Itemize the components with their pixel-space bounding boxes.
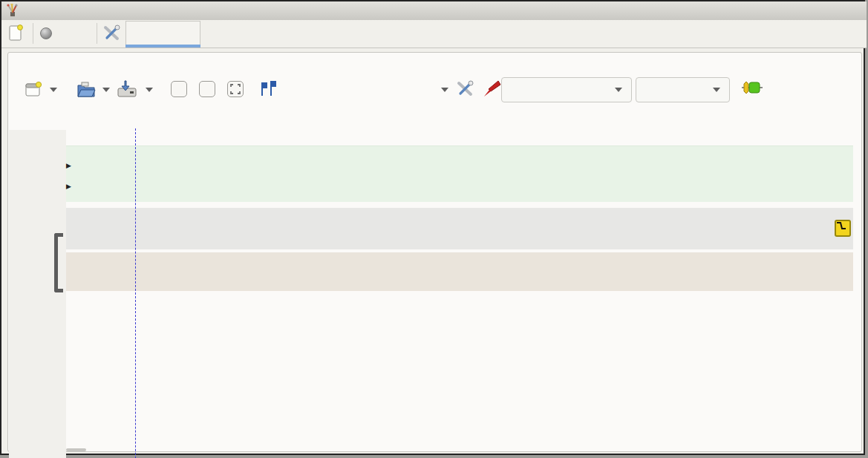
device-config-icon[interactable] (455, 79, 474, 99)
minimize-button[interactable] (817, 4, 830, 17)
tools-icon[interactable] (102, 24, 122, 42)
session-restore-button[interactable] (823, 56, 837, 68)
zoom-fit-button[interactable] (227, 81, 244, 97)
trigger-falling-edge-icon[interactable] (835, 220, 851, 237)
horizontal-scrollbar-thumb[interactable] (66, 448, 86, 451)
sample-rate-caret-icon (713, 88, 720, 92)
new-session-caret-icon[interactable] (50, 88, 57, 92)
title-bar (1, 1, 867, 21)
cursors-icon[interactable] (259, 81, 278, 97)
sample-count-select[interactable] (501, 77, 632, 102)
can-decoder-tag[interactable] (25, 158, 66, 174)
sample-rate-select[interactable] (636, 77, 730, 102)
session-window: ▶ ▶ (7, 52, 862, 452)
run-button[interactable] (40, 24, 92, 43)
toolbar-separator (97, 23, 97, 44)
time-ruler[interactable] (8, 105, 861, 130)
toolbar-separator (33, 23, 33, 44)
session-close-button[interactable] (844, 56, 858, 68)
probe-icon[interactable] (482, 79, 501, 99)
main-toolbar (1, 20, 867, 48)
open-icon[interactable] (76, 81, 96, 99)
app-window: ▶ ▶ (0, 0, 865, 455)
decoder-menu-icon[interactable] (742, 81, 763, 94)
device-select-caret-icon (441, 88, 448, 92)
rx-channel-band[interactable] (66, 208, 853, 249)
zoom-in-button[interactable] (171, 81, 187, 97)
save-caret-icon[interactable] (146, 88, 153, 92)
close-button[interactable] (850, 4, 864, 17)
session-toolbar (8, 73, 861, 106)
maximize-button[interactable] (834, 4, 847, 17)
new-file-icon[interactable] (9, 24, 24, 42)
tx-channel-band[interactable] (66, 252, 853, 291)
save-icon[interactable] (117, 79, 137, 99)
expand-arrow-icon[interactable]: ▶ (66, 162, 71, 169)
new-session-icon[interactable] (25, 81, 42, 99)
expand-arrow-icon[interactable]: ▶ (66, 183, 71, 190)
open-caret-icon[interactable] (102, 88, 110, 92)
device-select[interactable] (325, 81, 448, 99)
zoom-out-button[interactable] (199, 81, 215, 97)
tab-session-1[interactable] (125, 21, 200, 48)
time-cursor[interactable] (135, 128, 136, 458)
trace-gutter (9, 130, 66, 458)
decoder-row-band[interactable] (66, 145, 853, 202)
pulseview-logo-icon (6, 4, 19, 17)
tab-active-indicator (125, 45, 200, 48)
sample-count-caret-icon (615, 88, 622, 92)
run-icon (40, 27, 52, 39)
